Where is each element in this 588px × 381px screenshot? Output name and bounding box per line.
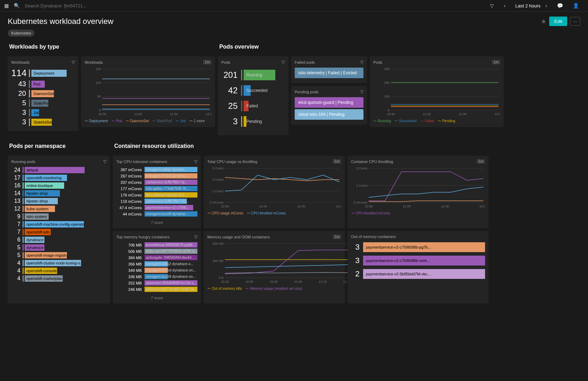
legend-item[interactable]: Deployment [85, 119, 108, 124]
namespace-row[interactable]: 7 openshift-sdn [11, 229, 106, 235]
namespace-row[interactable]: 16 online-boutique [11, 182, 106, 189]
tile-pods-list: Pods▽ 201 Running 42 Succeeded 25 Failed… [218, 56, 288, 135]
more-button[interactable]: ··· [570, 17, 580, 26]
container-row[interactable]: 177 mCores istio-galley-774d87fcf8-7k... [116, 186, 197, 191]
user-icon[interactable]: 👤 [573, 3, 579, 8]
workload-count: 20 [11, 89, 29, 98]
timeframe-label[interactable]: Last 2 hours [515, 3, 541, 8]
chat-icon[interactable]: 💬 [557, 3, 563, 8]
legend-more[interactable]: 1 more [189, 119, 205, 124]
more-link[interactable]: 7 more [116, 218, 197, 225]
timeframe-prev-icon[interactable]: ‹ [504, 3, 506, 8]
container-row[interactable]: 47.4 mCores paymentservice-v2-c759b... [116, 205, 197, 210]
namespace-row[interactable]: 6 dynatrace [11, 237, 106, 243]
container-row[interactable]: 706 MB prometheus-66f856fb76-pq68... [116, 242, 197, 248]
legend-item[interactable]: Succeeded [394, 119, 417, 124]
svg-text:10:45: 10:45 [270, 280, 278, 283]
container-row[interactable]: 387 mCores oneagent-w8bj2 dynatra... [116, 167, 197, 172]
namespace-row[interactable]: 5 dynatrace [11, 244, 106, 251]
container-row[interactable]: 384 MB activegate-7bf6565f44-8sv4d ... [116, 255, 197, 260]
workload-row[interactable]: 3 Job [11, 108, 75, 117]
workload-row[interactable]: 43 Pod [11, 80, 75, 88]
svg-text:3 Cores: 3 Cores [212, 167, 223, 170]
container-row[interactable]: 336 MB oneagent-bczd9 dynatrace-on... [116, 274, 197, 279]
container-row[interactable]: 252 MB adservice-859d6966ff-bn7sb s... [116, 280, 197, 286]
container-row[interactable]: 349 MB oneagent-979xd dynatrace-on... [116, 268, 197, 273]
legend-item[interactable]: Job [176, 119, 186, 124]
oom-row[interactable]: 3 paymentservice-v2-c759b5f8b-pg7b... [351, 242, 485, 252]
filter-icon[interactable]: ▽ [72, 60, 75, 65]
pod-status-row[interactable]: 42 Succeeded [221, 85, 285, 96]
namespace-row[interactable]: 4 openshift-cluster-node-tuning-o... [11, 260, 106, 266]
filter-icon[interactable]: ▽ [360, 60, 363, 65]
workload-row[interactable]: 114 Deployment [11, 68, 75, 79]
container-row[interactable]: 246 MB adservice-bb776cd69-hjn99 se... [116, 287, 197, 292]
filter-icon[interactable]: ▽ [490, 3, 494, 8]
namespace-row[interactable]: 17 openshift-monitoring [11, 175, 106, 181]
pod-status-row[interactable]: 25 Failed [221, 101, 285, 111]
favorite-icon[interactable]: ★ [541, 18, 546, 25]
namespace-row[interactable]: 4 openshift-console [11, 268, 106, 274]
failed-pod-item[interactable]: istio-telemetry | Failed | Evicted [295, 68, 363, 78]
resolution-badge: 1m [333, 235, 341, 239]
legend-item[interactable]: DaemonSet [126, 119, 149, 124]
legend-item[interactable]: Failed [420, 119, 434, 124]
svg-text:300 MB: 300 MB [213, 259, 223, 263]
legend-item[interactable]: Pod [111, 119, 122, 124]
container-row[interactable]: 356 MB oneagent-w8bj2 dynatrace-o... [116, 261, 197, 267]
pod-count: 42 [221, 86, 241, 95]
namespace-row[interactable]: 13 hipster-shop [11, 198, 106, 204]
namespace-row[interactable]: 9 istio-system [11, 213, 106, 220]
namespace-bar: openshift-machine-config-operator [25, 221, 84, 227]
legend-item[interactable]: CPU usage mCores [207, 211, 243, 216]
legend-item[interactable]: Pending [438, 119, 455, 124]
svg-text:150: 150 [96, 67, 101, 71]
workload-row[interactable]: 3 StatefulSet [11, 118, 75, 126]
oom-label: paymentservice-v2-c759b5f8b-rsmt... [363, 256, 485, 266]
workload-row[interactable]: 5 StaticPod [11, 99, 75, 107]
namespace-row[interactable]: 5 openshift-image-registry [11, 252, 106, 258]
namespace-row[interactable]: 12 kube-system [11, 206, 106, 212]
container-row[interactable]: 118 mCores cartservice-5cffb7f6b7-5p... [116, 199, 197, 204]
search-icon[interactable]: 🔍 [14, 3, 20, 8]
namespace-row[interactable]: 24 default [11, 167, 106, 173]
filter-icon[interactable]: ▽ [103, 159, 106, 164]
filter-icon[interactable]: ▽ [282, 60, 285, 65]
namespace-row[interactable]: 7 openshift-machine-config-operator [11, 221, 106, 227]
filter-icon[interactable]: ▽ [360, 89, 363, 94]
edit-button[interactable]: Edit [549, 17, 567, 26]
pod-status-row[interactable]: 201 Running [221, 70, 285, 80]
tag-chip-kubernetes[interactable]: Kubernetes [8, 30, 35, 37]
container-label: redis-cart-6977678654-z57fn is... [145, 249, 197, 253]
container-row[interactable]: 44 mCores oneagent-bczd9 dynatrac... [116, 211, 197, 217]
oom-row[interactable]: 2 paymentservice-v2-5b85bdd7fd-vkc... [351, 269, 485, 279]
app-switcher-icon[interactable]: ▦ [4, 3, 9, 8]
pending-pod-item[interactable]: etcd-quorum-guard | Pending [295, 97, 363, 108]
container-row[interactable]: 207 mCores cartservice-5cffb7f6b7-fp... [116, 180, 197, 185]
svg-text:10:30: 10:30 [387, 112, 395, 116]
legend-item[interactable]: CPU throttled mCores [351, 211, 390, 216]
pod-count: 201 [221, 70, 241, 80]
legend-item[interactable]: Running [373, 119, 391, 124]
namespace-row[interactable]: 4 openshift-marketplace [11, 275, 106, 282]
search-input[interactable] [25, 3, 130, 8]
timeframe-next-icon[interactable]: › [545, 3, 547, 8]
container-row[interactable]: 267 mCores oneagent-979xd dynatrac... [116, 173, 197, 179]
svg-text:11:00: 11:00 [259, 205, 267, 208]
legend-item[interactable]: CPU throttled mCores [247, 211, 286, 216]
workload-row[interactable]: 20 DaemonSet [11, 89, 75, 98]
legend-item[interactable]: Out of memory kills [207, 286, 242, 291]
more-link[interactable]: 7 more [116, 293, 197, 300]
pod-status-row[interactable]: 3 Pending [221, 116, 285, 127]
container-row[interactable]: 506 MB redis-cart-6977678654-z57fn is... [116, 249, 197, 254]
namespace-row[interactable]: 14 hipster-shop [11, 190, 106, 196]
filter-icon[interactable]: ▽ [194, 235, 197, 239]
tile-running-pods: Running pods▽ 24 default 17 openshift-mo… [8, 156, 110, 304]
legend-item[interactable]: StaticPod [152, 119, 172, 124]
namespace-count: 4 [11, 268, 23, 274]
oom-row[interactable]: 3 paymentservice-v2-c759b5f8b-rsmt... [351, 256, 485, 266]
container-row[interactable]: 176 mCores istio-sidecar-injector-6cd... [116, 192, 197, 198]
legend-item[interactable]: Memory usage (resident set size) [245, 286, 302, 291]
filter-icon[interactable]: ▽ [194, 159, 197, 164]
pending-pod-item[interactable]: istiod-istio-164 | Pending [295, 109, 363, 120]
